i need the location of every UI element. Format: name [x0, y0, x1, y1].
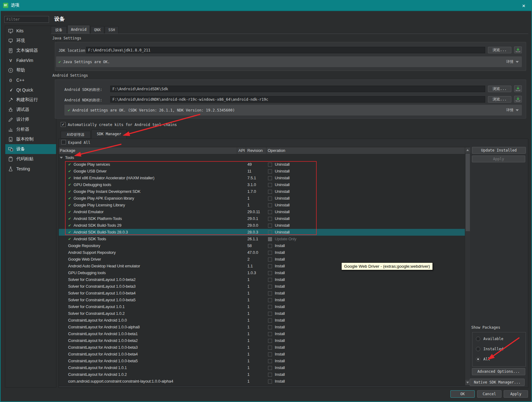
package-row[interactable]: Google Repository 58 Install [59, 242, 465, 249]
package-row[interactable]: Solver for ConstraintLayout 1.0.0-beta3 … [59, 283, 465, 290]
sidebar-item-Kits[interactable]: Kits [5, 26, 56, 36]
advanced-options-button[interactable]: Advanced Options... [472, 368, 525, 375]
package-row[interactable]: ✔Google Play services 49 Uninstall [59, 161, 465, 168]
expander-icon[interactable] [60, 157, 63, 159]
package-row[interactable]: ConstraintLayout for Android 1.0.2 1 Ins… [59, 371, 465, 378]
native-sdk-manager-button[interactable]: Native SDK Manager... [470, 379, 525, 386]
operation-checkbox[interactable] [268, 339, 272, 343]
jdk-browse-button[interactable]: 浏览... [488, 47, 511, 53]
ok-button[interactable]: OK [450, 390, 475, 398]
package-row[interactable]: ✔Google Play APK Expansion library 1 Uni… [59, 195, 465, 202]
operation-checkbox[interactable] [268, 373, 272, 377]
package-row[interactable]: Solver for ConstraintLayout 1.0.2 1 Inst… [59, 310, 465, 317]
scrollbar-thumb[interactable] [465, 153, 470, 231]
operation-checkbox[interactable] [268, 271, 272, 275]
sidebar-item-文本编辑器[interactable]: 文本编辑器 [5, 46, 56, 55]
column-api[interactable]: API [237, 147, 246, 154]
package-row[interactable]: ConstraintLayout for Android 1.0.0-beta1… [59, 331, 465, 337]
package-row[interactable]: Android Support Repository 47.0.0 Instal… [59, 249, 465, 256]
package-row[interactable]: ✔Android SDK Build-Tools 28.0.3 28.0.3 U… [59, 229, 465, 236]
sidebar-item-调试器[interactable]: 调试器 [5, 105, 56, 115]
operation-checkbox[interactable] [268, 169, 272, 173]
vertical-scrollbar[interactable] [465, 147, 470, 385]
operation-checkbox[interactable] [268, 176, 272, 180]
operation-checkbox[interactable] [268, 224, 272, 228]
package-row[interactable]: ✔Android Emulator 29.0.11 Uninstall [59, 209, 465, 215]
operation-checkbox[interactable] [268, 298, 272, 302]
package-row[interactable]: Solver for ConstraintLayout 1.0.0-beta2 … [59, 276, 465, 283]
tab-SDK Manager[interactable]: SDK Manager [91, 129, 127, 139]
package-row[interactable]: ✔Android SDK Build-Tools 29 29.0.0 Unins… [59, 222, 465, 229]
sidebar-item-设备[interactable]: 设备 [5, 144, 56, 154]
package-row[interactable]: ConstraintLayout for Android 1.0.0-alpha… [59, 324, 465, 331]
tab-SSH[interactable]: SSH [105, 26, 119, 34]
radio-Available[interactable]: Available [476, 337, 503, 341]
radio-Installed[interactable]: Installed [476, 347, 503, 351]
operation-checkbox[interactable] [268, 278, 272, 282]
radio-All[interactable]: All [476, 357, 490, 361]
android-details-dropdown[interactable]: 详情 [506, 108, 522, 113]
package-row[interactable]: ✔Google Play Licensing Library 1 Uninsta… [59, 202, 465, 209]
package-row[interactable]: GPU Debugging tools 1.0.3 Install [59, 270, 465, 276]
operation-checkbox[interactable] [268, 325, 272, 329]
operation-checkbox[interactable] [268, 380, 272, 384]
java-details-dropdown[interactable]: 详情 [506, 59, 522, 64]
apply-button[interactable]: Apply [504, 390, 528, 398]
package-row[interactable]: ConstraintLayout for Android 1.0.0-beta4… [59, 351, 465, 358]
package-row[interactable]: ✔Google USB Driver 11 Uninstall [59, 168, 465, 175]
update-installed-button[interactable]: Update Installed [472, 147, 526, 154]
operation-checkbox[interactable] [268, 230, 272, 234]
tab-设备[interactable]: 设备 [51, 26, 67, 34]
operation-checkbox[interactable] [268, 217, 272, 221]
operation-checkbox[interactable] [268, 183, 272, 187]
operation-checkbox[interactable] [268, 237, 272, 241]
operation-checkbox[interactable] [268, 210, 272, 214]
operation-checkbox[interactable] [268, 312, 272, 316]
operation-checkbox[interactable] [268, 346, 272, 350]
package-row[interactable]: Solver for ConstraintLayout 1.0.1 1 Inst… [59, 303, 465, 310]
package-row[interactable]: ✔Google Play Instant Development SDK 1.7… [59, 188, 465, 195]
package-row[interactable]: ConstraintLayout for Android 1.0.1 1 Ins… [59, 364, 465, 371]
radio-button-icon[interactable] [476, 357, 480, 361]
sdk-download-button[interactable] [514, 85, 522, 92]
operation-checkbox[interactable] [268, 319, 272, 323]
operation-checkbox[interactable] [268, 197, 272, 201]
sidebar-item-帮助[interactable]: ? 帮助 [5, 65, 56, 75]
package-row[interactable]: ConstraintLayout for Android 1.0.0-beta2… [59, 337, 465, 344]
jdk-location-input[interactable] [86, 47, 485, 53]
auto-kits-checkbox[interactable] [61, 122, 66, 127]
ndk-browse-button[interactable]: 浏览... [488, 96, 511, 103]
package-row[interactable]: ✔Intel x86 Emulator Accelerator (HAXM in… [59, 175, 465, 181]
sdk-path-input[interactable] [110, 86, 485, 92]
sidebar-item-FakeVim[interactable]: V FakeVim [5, 55, 56, 65]
tab-QNX[interactable]: QNX [91, 26, 104, 34]
tab-AVD管理器[interactable]: AVD管理器 [61, 131, 91, 139]
sidebar-item-Testing[interactable]: Testing [5, 164, 56, 174]
package-row[interactable]: com.android.support.constraint:constrain… [59, 378, 465, 385]
jdk-download-button[interactable] [514, 47, 522, 53]
tab-Android[interactable]: Android [67, 25, 90, 34]
package-row[interactable]: ✔GPU Debugging tools 3.1.0 Uninstall [59, 181, 465, 188]
sidebar-item-代码粘贴[interactable]: 代码粘贴 [5, 154, 56, 164]
operation-checkbox[interactable] [268, 352, 272, 356]
package-row[interactable]: ConstraintLayout for Android 1.0.0-beta3… [59, 344, 465, 351]
operation-checkbox[interactable] [268, 264, 272, 268]
tree-group-row[interactable]: Tools [59, 154, 465, 161]
operation-checkbox[interactable] [268, 190, 272, 194]
operation-checkbox[interactable] [268, 332, 272, 336]
radio-button-icon[interactable] [476, 337, 480, 341]
operation-checkbox[interactable] [268, 258, 272, 262]
operation-checkbox[interactable] [268, 244, 272, 248]
column-revision[interactable]: Revision [246, 147, 266, 154]
operation-checkbox[interactable] [268, 305, 272, 309]
package-row[interactable]: Google Web Driver 2 Install [59, 256, 465, 263]
column-operation[interactable]: Operation [266, 147, 465, 154]
ndk-download-button[interactable] [514, 96, 522, 103]
operation-checkbox[interactable] [268, 366, 272, 370]
package-row[interactable]: Solver for ConstraintLayout 1.0.0-beta5 … [59, 297, 465, 303]
sidebar-item-分析器[interactable]: 分析器 [5, 124, 56, 134]
close-icon[interactable]: ✕ [520, 2, 527, 9]
ndk-path-input[interactable] [110, 96, 485, 103]
package-row[interactable]: Solver for ConstraintLayout 1.0.0-beta4 … [59, 290, 465, 297]
apply-packages-button[interactable]: Apply [472, 156, 525, 162]
